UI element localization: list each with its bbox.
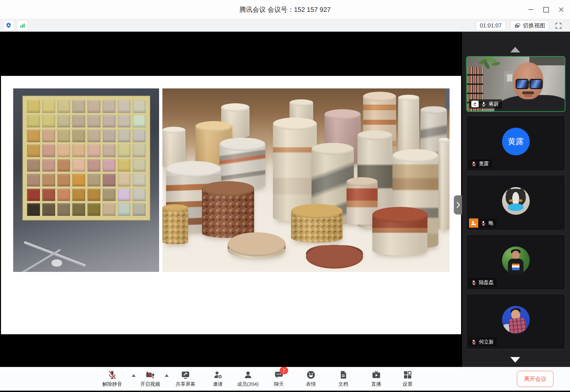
members-button[interactable]: 成员(204): [237, 370, 258, 387]
soil-sample-cell: [133, 174, 146, 186]
soil-sample-cell: [72, 100, 85, 113]
soil-sample-cell: [27, 174, 40, 186]
mic-on-icon: [481, 101, 486, 107]
soil-sample-cell: [42, 203, 55, 216]
start-video-label: 开启视频: [140, 381, 160, 387]
chat-unread-badge: 7: [280, 367, 288, 374]
chat-label: 聊天: [274, 381, 284, 387]
leave-meeting-button[interactable]: 离开会议: [517, 371, 553, 387]
unmute-button[interactable]: 解除静音: [102, 370, 122, 387]
chevron-right-icon: [456, 201, 460, 209]
soil-sample-cell: [87, 159, 100, 172]
cylinder-top: [228, 232, 285, 256]
soil-sample-cell: [118, 159, 131, 172]
cylinder-top: [420, 106, 447, 114]
mic-options-arrow[interactable]: [132, 374, 136, 377]
soil-sample-cell: [118, 189, 131, 201]
cylinder-top: [324, 109, 361, 119]
soil-sample-cell: [57, 100, 70, 113]
settings-icon: [403, 370, 413, 380]
soil-sample-cell: [133, 203, 146, 216]
minimize-icon: [528, 9, 533, 10]
participants-sidebar: 蒋蔚 黄露 黄露: [462, 32, 570, 367]
camera-options-arrow[interactable]: [165, 374, 169, 377]
scroll-up-arrow[interactable]: [510, 47, 520, 52]
maximize-button[interactable]: [542, 5, 550, 14]
soil-sample-cell: [133, 189, 146, 201]
emoji-button[interactable]: 表情: [306, 370, 316, 387]
meeting-content: 蒋蔚 黄露 黄露: [0, 32, 570, 367]
topbar-right-cluster: 01:01:07 切换视图: [476, 19, 563, 32]
scroll-down-arrow[interactable]: [510, 357, 520, 363]
start-video-button[interactable]: 开启视频: [140, 370, 160, 387]
participant-tile[interactable]: 何立新: [466, 294, 565, 349]
invite-icon: [213, 370, 223, 380]
earth-core-cylinder: [438, 138, 450, 230]
earth-core-cylinder: [228, 233, 285, 258]
invite-button[interactable]: 邀请: [213, 370, 223, 387]
mic-muted-icon: [471, 280, 477, 285]
soil-sample-cell: [87, 100, 100, 113]
meeting-timer: 01:01:07: [476, 21, 506, 30]
settings-button[interactable]: 设置: [402, 370, 413, 387]
portrait-photo: [502, 306, 530, 334]
cylinder-top: [221, 103, 250, 112]
settings-label: 设置: [403, 381, 413, 387]
fullscreen-button[interactable]: [553, 21, 563, 31]
expand-panel-tab[interactable]: [454, 195, 462, 214]
network-signal-button[interactable]: [17, 20, 28, 31]
unmute-label: 解除静音: [102, 381, 122, 387]
close-button[interactable]: [557, 5, 565, 14]
shared-slide: [1, 76, 461, 334]
live-button[interactable]: 直播: [371, 370, 382, 387]
cylinder-top: [202, 181, 254, 196]
participant-name: 蒋蔚: [489, 101, 499, 107]
fridge-note: [507, 74, 512, 82]
soil-sample-cell: [57, 145, 70, 157]
screen-sharing-icon: [471, 101, 479, 107]
minimize-button[interactable]: [526, 5, 535, 14]
clamp-highlight: [51, 259, 62, 267]
cylinder-top: [195, 121, 232, 132]
switch-view-label: 切换视图: [523, 22, 545, 29]
invite-label: 邀请: [213, 381, 223, 387]
avatar: [502, 246, 530, 274]
mic-muted-icon: [471, 339, 477, 345]
soil-sample-cell: [103, 174, 116, 186]
earth-core-cylinder: [202, 181, 254, 238]
soil-sample-cell: [133, 130, 146, 142]
soil-sample-cell: [72, 159, 85, 172]
soil-sample-cell: [103, 159, 116, 172]
soil-sample-cell: [27, 115, 40, 128]
participant-label: 何立新: [469, 337, 497, 346]
soil-sample-cell: [133, 115, 146, 128]
docs-button[interactable]: 文档: [338, 370, 349, 387]
participant-name: 晚: [488, 220, 493, 226]
participant-tile[interactable]: 黄露 黄露: [466, 115, 565, 171]
soil-sample-cell: [87, 189, 100, 201]
participant-tile[interactable]: 陆磊磊: [466, 234, 565, 290]
soil-sample-cell: [57, 159, 70, 172]
soil-sample-cell: [72, 145, 85, 157]
soil-sample-cell: [57, 189, 70, 201]
soil-sample-cell: [27, 100, 40, 113]
switch-view-button[interactable]: 切换视图: [511, 20, 549, 31]
close-icon: [559, 7, 564, 12]
cylinder-top: [162, 204, 188, 212]
security-shield-button[interactable]: [3, 20, 14, 31]
participant-label: 陆磊磊: [469, 278, 497, 287]
chat-button[interactable]: 7 聊天: [274, 370, 284, 387]
cylinder-top: [273, 117, 317, 130]
soil-sample-cell: [103, 130, 116, 142]
participant-tile[interactable]: 晚: [466, 175, 565, 231]
mic-muted-icon: [481, 220, 486, 226]
soil-sample-cell: [87, 130, 100, 142]
soil-sample-cell: [87, 174, 100, 186]
window-controls: [526, 5, 565, 14]
members-icon: [243, 370, 253, 380]
participant-name: 黄露: [479, 161, 489, 167]
soil-sample-cell: [133, 100, 146, 113]
share-screen-button[interactable]: 共享屏幕: [176, 370, 195, 387]
cylinder-top: [357, 130, 392, 140]
participant-tile[interactable]: 蒋蔚: [466, 56, 565, 112]
